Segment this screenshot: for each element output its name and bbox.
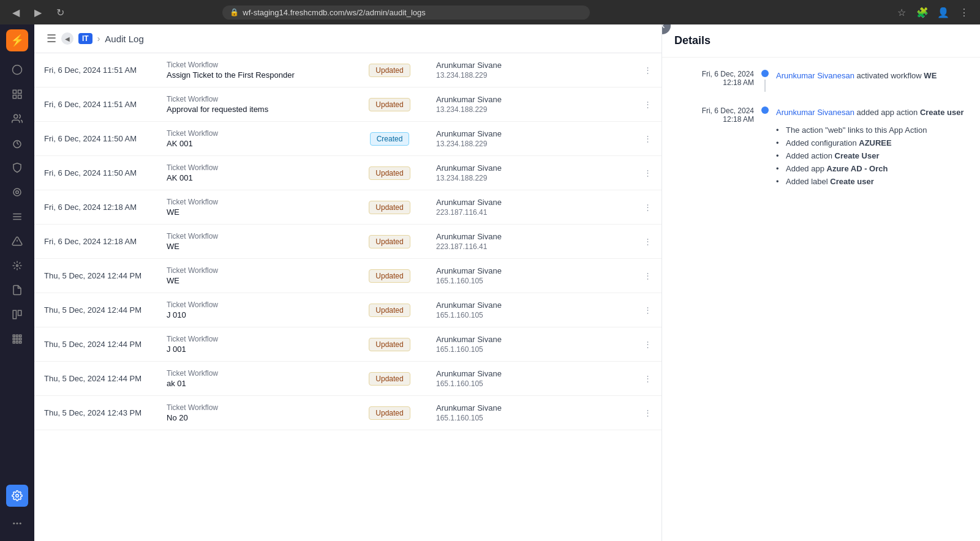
sidebar-item-shield[interactable]: [6, 157, 28, 179]
sidebar-item-alerts[interactable]: [6, 230, 28, 252]
cell-options[interactable]: ⋮: [634, 53, 662, 88]
svg-point-28: [20, 523, 21, 524]
table-row[interactable]: Thu, 5 Dec, 2024 12:44 PM Ticket Workflo…: [34, 293, 662, 327]
cell-date: Thu, 5 Dec, 2024 12:44 PM: [34, 293, 157, 327]
url-text: wf-staging14.freshcmdb.com/ws/2/admin/au…: [243, 8, 425, 17]
page-title: Audit Log: [105, 34, 143, 44]
sidebar-item-integrations[interactable]: [6, 255, 28, 277]
sidebar-item-grid[interactable]: [6, 328, 28, 350]
sidebar-item-dashboard[interactable]: [6, 59, 28, 81]
cell-type: Ticket Workflow WE: [157, 259, 353, 293]
table-row[interactable]: Fri, 6 Dec, 2024 12:18 AM Ticket Workflo…: [34, 225, 662, 259]
status-badge: Updated: [369, 304, 410, 317]
svg-rect-20: [17, 338, 18, 340]
back-button[interactable]: ◀: [7, 4, 24, 21]
svg-rect-17: [17, 335, 18, 337]
svg-rect-2: [18, 90, 21, 93]
cell-type: Ticket Workflow WE: [157, 225, 353, 259]
svg-rect-19: [13, 338, 15, 340]
details-title: Details: [674, 34, 710, 47]
cell-user: Arunkumar Sivane 165.1.160.105: [426, 327, 634, 362]
table-row[interactable]: Fri, 6 Dec, 2024 11:51 AM Ticket Workflo…: [34, 53, 662, 88]
cell-user: Arunkumar Sivane 165.1.160.105: [426, 396, 634, 430]
svg-point-0: [13, 65, 22, 75]
status-badge: Updated: [369, 235, 410, 248]
main-content: ☰ ◀ IT › Audit Log Fri, 6 Dec, 2024 11:5…: [34, 24, 662, 541]
bookmark-button[interactable]: ☆: [893, 4, 910, 21]
bullet-2: Added configuration AZUREE: [776, 136, 968, 149]
audit-log-table-container[interactable]: Fri, 6 Dec, 2024 11:51 AM Ticket Workflo…: [34, 53, 662, 541]
svg-point-27: [17, 523, 18, 524]
cell-user: Arunkumar Sivane 165.1.160.105: [426, 362, 634, 396]
cell-options[interactable]: ⋮: [634, 225, 662, 259]
cell-badge: Updated: [353, 225, 426, 259]
sidebar-item-bug[interactable]: [6, 132, 28, 154]
cell-options[interactable]: ⋮: [634, 122, 662, 156]
sidebar-item-documents[interactable]: [6, 279, 28, 301]
sidebar-item-workflow[interactable]: [6, 108, 28, 130]
svg-rect-22: [13, 341, 15, 343]
table-row[interactable]: Fri, 6 Dec, 2024 11:51 AM Ticket Workflo…: [34, 88, 662, 122]
menu-button[interactable]: ⋮: [956, 4, 973, 21]
profile-button[interactable]: 👤: [935, 4, 952, 21]
svg-point-7: [13, 188, 21, 196]
table-row[interactable]: Fri, 6 Dec, 2024 11:50 AM Ticket Workflo…: [34, 122, 662, 156]
hamburger-button[interactable]: ☰: [47, 32, 56, 45]
user-link-2[interactable]: Arunkumar Sivanesan: [776, 108, 854, 117]
cell-type: Ticket Workflow AK 001: [157, 122, 353, 156]
cell-type: Ticket Workflow AK 001: [157, 156, 353, 190]
sidebar-item-settings[interactable]: [6, 485, 28, 507]
cell-options[interactable]: ⋮: [634, 88, 662, 122]
cell-user: Arunkumar Sivane 13.234.188.229: [426, 53, 634, 88]
table-row[interactable]: Fri, 6 Dec, 2024 11:50 AM Ticket Workflo…: [34, 156, 662, 190]
status-badge: Created: [370, 132, 410, 146]
forward-button[interactable]: ▶: [29, 4, 47, 21]
cell-user: Arunkumar Sivane 165.1.160.105: [426, 259, 634, 293]
table-row[interactable]: Thu, 5 Dec, 2024 12:44 PM Ticket Workflo…: [34, 327, 662, 362]
sidebar-item-lines[interactable]: [6, 206, 28, 228]
svg-rect-24: [20, 341, 21, 343]
app-logo[interactable]: ⚡: [6, 29, 28, 51]
sidebar-item-monitor[interactable]: [6, 181, 28, 203]
cell-badge: Updated: [353, 156, 426, 190]
extensions-button[interactable]: 🧩: [914, 4, 931, 21]
sidebar-item-list[interactable]: [6, 83, 28, 105]
svg-point-5: [14, 114, 18, 118]
bullet-3: Added action Create User: [776, 149, 968, 162]
user-link-1[interactable]: Arunkumar Sivanesan: [776, 71, 854, 80]
collapse-button[interactable]: ◀: [61, 32, 74, 45]
lock-icon: 🔒: [230, 8, 239, 17]
status-badge: Updated: [369, 372, 410, 386]
cell-options[interactable]: ⋮: [634, 259, 662, 293]
sidebar-item-library[interactable]: [6, 304, 28, 326]
bullet-5: Added label Create user: [776, 175, 968, 188]
cell-date: Thu, 5 Dec, 2024 12:44 PM: [34, 259, 157, 293]
cell-type: Ticket Workflow No 20: [157, 396, 353, 430]
status-badge: Updated: [369, 269, 410, 283]
details-header: Details: [662, 24, 980, 58]
timeline-item-2: Fri, 6 Dec, 2024 12:18 AM Arunkumar Siva…: [674, 106, 968, 188]
cell-badge: Updated: [353, 190, 426, 225]
table-row[interactable]: Thu, 5 Dec, 2024 12:43 PM Ticket Workflo…: [34, 396, 662, 430]
address-bar[interactable]: 🔒 wf-staging14.freshcmdb.com/ws/2/admin/…: [222, 6, 590, 20]
table-row[interactable]: Thu, 5 Dec, 2024 12:44 PM Ticket Workflo…: [34, 259, 662, 293]
svg-rect-16: [13, 335, 15, 337]
cell-options[interactable]: ⋮: [634, 396, 662, 430]
sidebar-dots-menu[interactable]: [6, 509, 28, 531]
browser-chrome: ◀ ▶ ↻ 🔒 wf-staging14.freshcmdb.com/ws/2/…: [0, 0, 980, 24]
table-row[interactable]: Thu, 5 Dec, 2024 12:44 PM Ticket Workflo…: [34, 362, 662, 396]
timeline-item-1: Fri, 6 Dec, 2024 12:18 AM Arunkumar Siva…: [674, 70, 968, 94]
cell-options[interactable]: ⋮: [634, 293, 662, 327]
cell-options[interactable]: ⋮: [634, 190, 662, 225]
cell-badge: Updated: [353, 293, 426, 327]
svg-rect-1: [13, 90, 16, 93]
cell-date: Thu, 5 Dec, 2024 12:43 PM: [34, 396, 157, 430]
cell-badge: Updated: [353, 88, 426, 122]
cell-options[interactable]: ⋮: [634, 362, 662, 396]
cell-user: Arunkumar Sivane 13.234.188.229: [426, 122, 634, 156]
cell-options[interactable]: ⋮: [634, 156, 662, 190]
refresh-button[interactable]: ↻: [51, 4, 69, 21]
cell-badge: Updated: [353, 327, 426, 362]
cell-options[interactable]: ⋮: [634, 327, 662, 362]
table-row[interactable]: Fri, 6 Dec, 2024 12:18 AM Ticket Workflo…: [34, 190, 662, 225]
